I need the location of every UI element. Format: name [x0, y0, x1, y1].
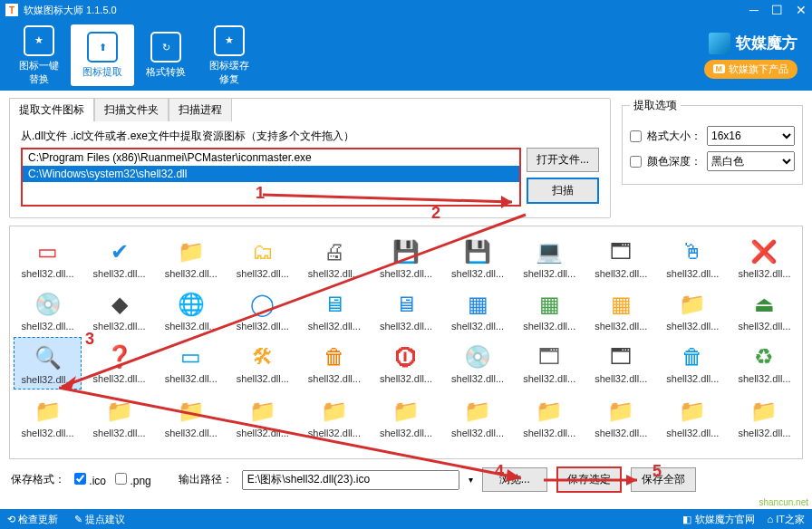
icon-label: shell32.dll...	[594, 428, 647, 438]
arrow-3-4	[54, 380, 535, 489]
icon-label: shell32.dll...	[666, 428, 719, 438]
feedback[interactable]: ✎ 提点建议	[74, 513, 125, 526]
tool-replace[interactable]: ★图标一键 替换	[7, 24, 71, 86]
icon-label: shell32.dll...	[666, 321, 719, 332]
maximize-button[interactable]: ☐	[771, 3, 783, 17]
file-icon: ▦	[533, 288, 566, 321]
icon-item[interactable]: 📁shell32.dll...	[659, 391, 727, 442]
file-icon: 💻	[533, 236, 566, 268]
icon-label: shell32.dll...	[594, 268, 647, 279]
icon-item[interactable]: ▦shell32.dll...	[587, 284, 655, 335]
window-title: 软媒图标大师 1.1.5.0	[24, 4, 117, 17]
arrow-1-2	[254, 177, 526, 213]
file-icon: ▦	[604, 288, 637, 321]
svg-line-4	[59, 388, 521, 478]
arrow-2-3	[45, 210, 535, 400]
open-file-button[interactable]: 打开文件...	[527, 148, 599, 172]
scan-button[interactable]: 扫描	[527, 178, 599, 204]
file-icon: 🗑	[676, 341, 709, 373]
svg-marker-5	[506, 469, 521, 482]
watermark: shancun.net	[759, 497, 809, 507]
size-checkbox[interactable]	[630, 130, 642, 142]
depth-checkbox[interactable]	[630, 156, 642, 168]
icon-item[interactable]: 🖱shell32.dll...	[659, 232, 727, 283]
app-icon: T	[5, 4, 18, 16]
annotation-4: 4	[495, 462, 504, 481]
brand-logo[interactable]: 软媒魔方	[709, 33, 798, 54]
icon-label: shell32.dll...	[594, 321, 647, 332]
official-site[interactable]: ◧ 软媒魔方官网	[682, 513, 754, 526]
icon-item[interactable]: 🗔shell32.dll...	[587, 232, 655, 283]
tool-repair[interactable]: ★图标缓存 修复	[198, 24, 261, 86]
icon-label: shell32.dll...	[594, 373, 647, 384]
svg-line-2	[62, 215, 526, 387]
file-row[interactable]: C:\Program Files (x86)\Ruanmei\PCMaster\…	[23, 149, 519, 166]
size-select[interactable]: 16x16	[707, 126, 795, 146]
svg-line-0	[263, 195, 512, 202]
file-icon: 🗔	[533, 341, 566, 373]
file-icon: 🖱	[676, 236, 709, 268]
file-icon: ❌	[748, 236, 780, 268]
ithome-site[interactable]: ⌂ IT之家	[768, 513, 805, 526]
check-update[interactable]: ⟲ 检查更新	[7, 513, 58, 526]
annotation-1: 1	[256, 184, 265, 203]
minimize-button[interactable]: ─	[749, 3, 759, 17]
icon-item[interactable]: 📁shell32.dll...	[587, 391, 655, 442]
icon-item[interactable]: ❌shell32.dll...	[730, 232, 798, 283]
icon-item[interactable]: ⏏shell32.dll...	[730, 284, 798, 335]
tab-scan-process[interactable]: 扫描进程	[169, 98, 232, 121]
icon-label: shell32.dll...	[738, 268, 790, 279]
file-icon: ♻	[748, 341, 780, 373]
icon-label: shell32.dll...	[666, 268, 719, 279]
file-icon: 📁	[533, 395, 566, 428]
close-button[interactable]: ✕	[796, 3, 807, 17]
hint-text: 从.dll文件 .icl文件或者.exe文件中提取资源图标（支持多个文件拖入）	[21, 129, 599, 144]
icon-item[interactable]: 📁shell32.dll...	[730, 391, 798, 442]
icon-item[interactable]: ♻shell32.dll...	[730, 337, 798, 390]
depth-select[interactable]: 黑白色	[707, 151, 795, 171]
annotation-5: 5	[652, 462, 662, 481]
icon-label: shell32.dll...	[738, 373, 790, 384]
file-icon: 📁	[676, 395, 709, 428]
icon-label: shell32.dll...	[738, 428, 790, 438]
brand-badge[interactable]: 软媒旗下产品	[704, 60, 798, 79]
icon-label: shell32.dll...	[738, 321, 790, 332]
options-panel: 提取选项 格式大小： 16x16 颜色深度： 黑白色	[622, 98, 803, 185]
tab-extract-file[interactable]: 提取文件图标	[9, 98, 94, 121]
tool-extract[interactable]: ⬆图标提取	[71, 24, 134, 86]
file-icon: 📁	[748, 395, 780, 428]
arrow-4-5	[539, 471, 648, 489]
file-icon: 🗔	[604, 341, 637, 373]
tab-scan-folder[interactable]: 扫描文件夹	[94, 98, 169, 121]
annotation-2: 2	[431, 204, 440, 223]
icon-item[interactable]: 🗑shell32.dll...	[659, 337, 727, 390]
file-icon: 📁	[604, 395, 637, 428]
file-icon: 📁	[676, 288, 709, 321]
icon-item[interactable]: 🗔shell32.dll...	[587, 337, 655, 390]
icon-label: shell32.dll...	[666, 373, 719, 384]
svg-marker-1	[501, 196, 512, 208]
file-icon: ⏏	[748, 288, 780, 321]
annotation-3: 3	[85, 330, 94, 349]
file-icon: 🗔	[604, 236, 637, 268]
tool-convert[interactable]: ↻格式转换	[134, 24, 198, 86]
icon-item[interactable]: 📁shell32.dll...	[659, 284, 727, 335]
svg-marker-7	[626, 475, 637, 486]
